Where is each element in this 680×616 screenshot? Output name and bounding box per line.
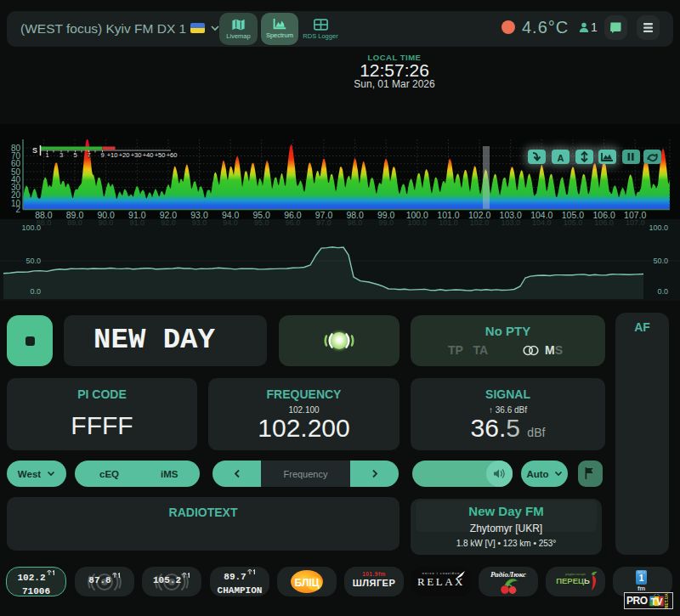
svg-text:A: A [558,153,564,163]
svg-text:+50: +50 [155,151,166,159]
svg-text:89.0: 89.0 [67,219,82,227]
svg-text:97.0: 97.0 [316,219,332,227]
svg-text:7: 7 [87,151,90,159]
svg-text:106.0: 106.0 [594,219,614,227]
svg-text:+60: +60 [167,151,178,159]
svg-text:9: 9 [100,151,104,159]
svg-text:99.0: 99.0 [378,219,394,227]
svg-text:S: S [32,146,37,155]
svg-text:91.0: 91.0 [130,219,145,227]
svg-text:105.0: 105.0 [564,219,583,227]
svg-text:0.0: 0.0 [30,287,41,296]
svg-text:107.0: 107.0 [626,219,645,227]
svg-text:50.0: 50.0 [653,257,668,265]
svg-text:+30: +30 [131,151,142,159]
svg-text:TV: TV [650,596,663,607]
svg-text:90.0: 90.0 [99,219,114,227]
svg-text:100.0: 100.0 [649,223,668,232]
svg-text:100.0: 100.0 [408,219,428,227]
svg-text:100.0: 100.0 [21,223,41,232]
svg-text:2: 2 [15,205,20,214]
svg-text:+10: +10 [107,151,118,159]
svg-text:98.0: 98.0 [348,219,363,227]
svg-text:94.0: 94.0 [223,219,238,227]
svg-text:93.0: 93.0 [192,219,207,227]
svg-text:+40: +40 [143,151,154,159]
svg-text:95.0: 95.0 [254,219,269,227]
svg-text:1: 1 [45,151,48,159]
svg-text:БЛІЦ: БЛІЦ [295,577,320,589]
svg-text:5: 5 [73,151,76,159]
svg-text:96.0: 96.0 [286,219,301,227]
svg-text:3: 3 [60,151,63,159]
svg-text:50.0: 50.0 [26,257,41,265]
svg-text:104.0: 104.0 [532,219,552,227]
svg-text:92.0: 92.0 [161,219,176,227]
svg-text:102.0: 102.0 [470,219,490,227]
svg-text:+20: +20 [119,151,130,159]
svg-text:101.0: 101.0 [439,219,458,227]
svg-text:0.0: 0.0 [657,287,668,296]
svg-text:103.0: 103.0 [501,219,520,227]
